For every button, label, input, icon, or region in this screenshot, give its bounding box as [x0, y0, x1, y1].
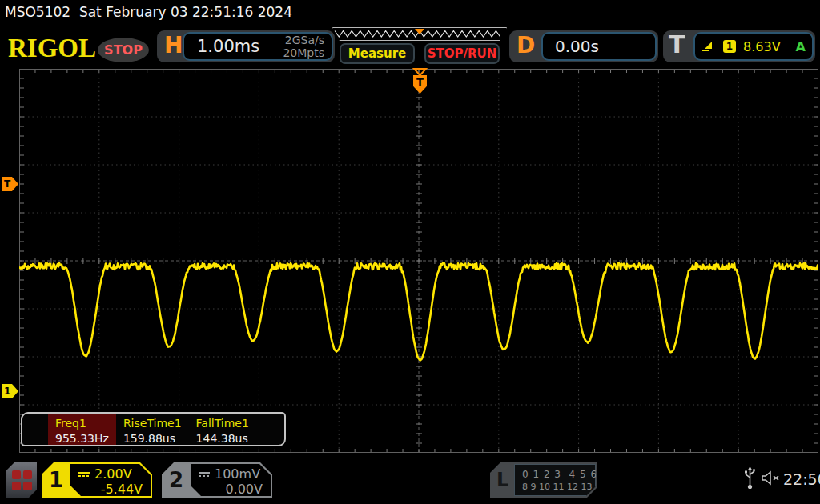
oscilloscope-screen: MSO5102 Sat February 03 22:51:16 2024 RI… — [0, 0, 820, 504]
measurement-item-falltime[interactable]: FallTime1 144.38us — [189, 414, 256, 445]
logic-channels-row2: 8 9 10 11 12 13 14 15 — [522, 481, 596, 493]
overview-trigger-position-icon[interactable] — [415, 29, 424, 34]
memory-depth: 20Mpts — [283, 46, 324, 59]
trigger-slope-icon — [701, 40, 716, 53]
measurement-label: FallTime1 — [196, 416, 249, 430]
trigger-label: T — [669, 30, 685, 58]
dc-coupling-icon — [199, 472, 210, 477]
channel1-scale: 2.00V — [94, 466, 132, 482]
measurement-value: 144.38us — [196, 431, 249, 446]
horizontal-label: H — [164, 32, 183, 58]
usb-icon — [744, 466, 756, 490]
measurement-value: 955.33Hz — [55, 431, 109, 446]
waveform-overview-strip[interactable] — [332, 27, 507, 41]
menu-grid-icon — [12, 470, 32, 490]
clock: 22:50 — [783, 470, 820, 488]
rigol-logo: RIGOL — [8, 34, 96, 63]
measurement-spacer — [22, 414, 48, 445]
trigger-level-value: 8.63V — [743, 39, 781, 54]
measurement-label: Freq1 — [55, 416, 109, 430]
delay-label: D — [517, 32, 535, 58]
trigger-level-marker[interactable]: T — [2, 177, 18, 191]
channel1-position-marker[interactable]: 1 — [2, 384, 18, 398]
timebase-value: 1.00ms — [197, 37, 259, 56]
trigger-sweep-mode: A — [796, 39, 806, 54]
measure-button[interactable]: Measure — [340, 43, 415, 64]
channel1-widget[interactable]: 1 2.00V -5.44V — [42, 462, 152, 498]
model-and-datetime: MSO5102 Sat February 03 22:51:16 2024 — [5, 4, 292, 20]
menu-button[interactable] — [6, 462, 37, 498]
logic-channels-row1: 0 1 2 3 4 5 6 7 — [522, 468, 596, 481]
grid-and-waveform — [19, 69, 818, 453]
logic-label: L — [496, 469, 508, 491]
channel2-number: 2 — [169, 468, 183, 492]
channel2-widget[interactable]: 2 100mV 0.00V — [162, 462, 272, 498]
delay-value: 0.00s — [555, 37, 599, 56]
dc-coupling-icon — [78, 472, 90, 477]
trigger-position-triangle-icon[interactable] — [412, 68, 428, 76]
speaker-muted-icon — [761, 470, 782, 486]
sample-rate: 2GSa/s — [285, 34, 324, 46]
measurement-panel[interactable]: Freq1 955.33Hz RiseTime1 159.88us FallTi… — [21, 412, 286, 446]
logic-channels-widget[interactable]: L 0 1 2 3 4 5 6 7 8 9 10 11 12 13 14 15 — [490, 462, 597, 498]
measurement-item-freq[interactable]: Freq1 955.33Hz — [48, 414, 116, 445]
delay-widget[interactable]: D 0.00s — [509, 30, 658, 62]
run-state-badge: STOP — [98, 38, 149, 62]
measurement-item-risetime[interactable]: RiseTime1 159.88us — [116, 414, 189, 445]
trigger-widget[interactable]: T 1 8.63V A — [663, 30, 815, 62]
measurement-value: 159.88us — [123, 431, 182, 446]
graticule — [19, 69, 818, 453]
channel1-number: 1 — [49, 468, 63, 492]
trigger-source-badge: 1 — [723, 40, 736, 53]
channel1-offset: -5.44V — [78, 482, 144, 497]
channel2-offset: 0.00V — [199, 482, 264, 497]
horizontal-timebase-widget[interactable]: H 1.00ms 2GSa/s 20Mpts — [157, 30, 335, 62]
stop-run-button[interactable]: STOP/RUN — [424, 43, 500, 64]
measurement-label: RiseTime1 — [123, 416, 182, 430]
channel2-scale: 100mV — [215, 466, 260, 482]
